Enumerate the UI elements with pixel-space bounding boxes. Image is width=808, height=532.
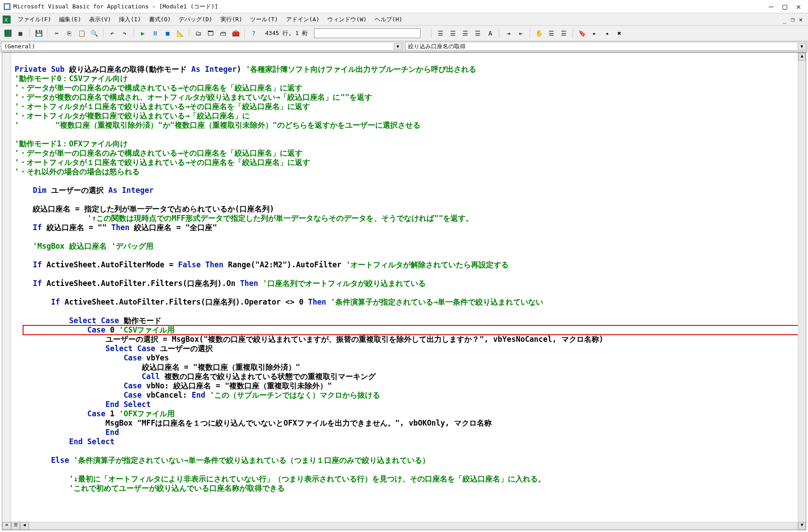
save-icon[interactable]: 💾 bbox=[33, 28, 44, 39]
menu-file[interactable]: ファイル(F) bbox=[14, 14, 55, 25]
menu-view[interactable]: 表示(V) bbox=[86, 14, 114, 25]
vba-window: Microsoft Visual Basic for Applications … bbox=[0, 0, 808, 532]
view-excel-icon[interactable] bbox=[3, 28, 13, 39]
breakpoint-icon[interactable]: ✋ bbox=[533, 28, 544, 39]
mdi-minimize-button[interactable]: _ bbox=[783, 16, 786, 23]
project-explorer-icon[interactable]: 🗂 bbox=[193, 28, 204, 39]
menu-edit[interactable]: 編集(E) bbox=[55, 14, 84, 25]
find-icon[interactable]: 🔍 bbox=[89, 28, 99, 39]
view-tabs: ≡ ☰ ◀ bbox=[2, 522, 29, 530]
help-icon[interactable]: ? bbox=[248, 28, 259, 39]
indent-icon[interactable]: ⇥ bbox=[503, 28, 514, 39]
procedure-view-button[interactable]: ≡ bbox=[2, 522, 11, 530]
vba-app-icon bbox=[4, 3, 11, 10]
menubar: X ファイル(F) 編集(E) 表示(V) 挿入(I) 書式(O) デバッグ(D… bbox=[0, 13, 808, 26]
procedure-dropdown[interactable]: 絞り込み口座名の取得 ▼ bbox=[405, 42, 807, 51]
code-editor-area: Private Sub 絞り込み口座名の取得(動作モード As Integer)… bbox=[2, 52, 806, 530]
object-proc-dropdowns: (General) ▼ 絞り込み口座名の取得 ▼ bbox=[0, 41, 808, 52]
paste-icon[interactable]: 📋 bbox=[76, 28, 87, 39]
menu-tools[interactable]: ツール(T) bbox=[247, 14, 281, 25]
close-button[interactable]: ✕ bbox=[796, 2, 801, 11]
scroll-down-icon[interactable]: ▼ bbox=[798, 522, 806, 530]
prev-bookmark-icon[interactable]: ◂ bbox=[601, 28, 612, 39]
edit-toolbar-icon-5[interactable]: A bbox=[485, 28, 495, 39]
margin-indicator-bar[interactable] bbox=[2, 53, 11, 530]
menu-format[interactable]: 書式(O) bbox=[145, 14, 174, 25]
chevron-down-icon: ▼ bbox=[798, 43, 806, 50]
edit-toolbar-icon-3[interactable]: ☰ bbox=[460, 28, 471, 39]
procedure-dropdown-value: 絞り込み口座名の取得 bbox=[408, 43, 466, 51]
mdi-controls: _ ❐ ✕ bbox=[783, 16, 805, 23]
svg-rect-1 bbox=[5, 4, 9, 9]
cut-icon[interactable]: ✂ bbox=[51, 28, 62, 39]
scroll-track[interactable] bbox=[798, 61, 806, 522]
toolbox-icon[interactable]: 🧰 bbox=[230, 28, 241, 39]
bookmark-icon[interactable]: 🔖 bbox=[577, 28, 587, 39]
mdi-close-button[interactable]: ✕ bbox=[799, 16, 803, 23]
outdent-icon[interactable]: ⇤ bbox=[515, 28, 526, 39]
insert-module-icon[interactable]: ▦ bbox=[15, 28, 26, 39]
uncomment-icon[interactable]: ☰ bbox=[558, 28, 569, 39]
window-title: Microsoft Visual Basic for Applications … bbox=[13, 3, 769, 11]
properties-icon[interactable]: 🗔 bbox=[205, 28, 216, 39]
code-editor[interactable]: Private Sub 絞り込み口座名の取得(動作モード As Integer)… bbox=[11, 53, 798, 530]
scroll-up-icon[interactable]: ▲ bbox=[798, 53, 806, 61]
svg-rect-4 bbox=[4, 30, 12, 37]
scroll-left-icon[interactable]: ◀ bbox=[20, 522, 29, 530]
object-dropdown-value: (General) bbox=[4, 43, 35, 50]
toolbar: ▦ 💾 ✂ ⎘ 📋 🔍 ↶ ↷ ▶ ⏸ ■ 📐 🗂 🗔 🗃 🧰 ? 4345 行… bbox=[0, 26, 808, 41]
edit-toolbar-icon-4[interactable]: ☰ bbox=[472, 28, 483, 39]
titlebar: Microsoft Visual Basic for Applications … bbox=[0, 0, 808, 13]
design-mode-icon[interactable]: 📐 bbox=[175, 28, 185, 39]
minimize-button[interactable]: — bbox=[769, 2, 773, 11]
menu-addins[interactable]: アドイン(A) bbox=[282, 14, 323, 25]
redo-icon[interactable]: ↷ bbox=[119, 28, 130, 39]
menu-debug[interactable]: デバッグ(D) bbox=[175, 14, 216, 25]
full-module-view-button[interactable]: ☰ bbox=[11, 522, 20, 530]
cursor-position: 4345 行, 1 桁 bbox=[265, 29, 308, 37]
edit-toolbar-icon-2[interactable]: ☰ bbox=[447, 28, 458, 39]
excel-host-icon: X bbox=[3, 16, 11, 23]
undo-icon[interactable]: ↶ bbox=[107, 28, 118, 39]
clear-bookmarks-icon[interactable]: ✖ bbox=[614, 28, 624, 39]
comment-icon[interactable]: ☰ bbox=[546, 28, 557, 39]
svg-text:X: X bbox=[5, 17, 8, 23]
mdi-restore-button[interactable]: ❐ bbox=[791, 16, 794, 23]
run-icon[interactable]: ▶ bbox=[137, 28, 148, 39]
window-controls: — ▢ ✕ bbox=[769, 2, 804, 11]
menu-window[interactable]: ウィンドウ(W) bbox=[324, 14, 370, 25]
next-bookmark-icon[interactable]: ▸ bbox=[589, 28, 600, 39]
horizontal-scrollbar[interactable] bbox=[29, 522, 798, 530]
copy-icon[interactable]: ⎘ bbox=[64, 28, 75, 39]
chevron-down-icon: ▼ bbox=[394, 43, 402, 50]
edit-toolbar-icon-1[interactable]: ☰ bbox=[435, 28, 446, 39]
vertical-scrollbar[interactable]: ▲ ▼ bbox=[798, 53, 806, 530]
toolbar-dropdown[interactable] bbox=[314, 28, 420, 38]
pause-icon[interactable]: ⏸ bbox=[150, 28, 161, 39]
maximize-button[interactable]: ▢ bbox=[782, 2, 787, 11]
object-dropdown[interactable]: (General) ▼ bbox=[1, 42, 403, 51]
object-browser-icon[interactable]: 🗃 bbox=[218, 28, 228, 39]
menu-help[interactable]: ヘルプ(H) bbox=[371, 14, 406, 25]
menu-insert[interactable]: 挿入(I) bbox=[115, 14, 144, 25]
menu-run[interactable]: 実行(R) bbox=[217, 14, 246, 25]
stop-icon[interactable]: ■ bbox=[162, 28, 173, 39]
